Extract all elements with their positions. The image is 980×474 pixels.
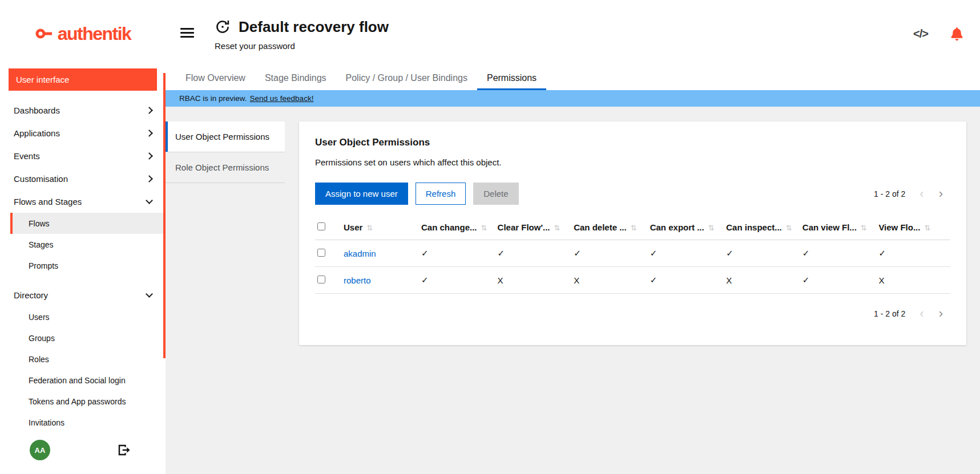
user-link[interactable]: akadmin [344,249,376,258]
tab-bar: Flow Overview Stage Bindings Policy / Gr… [166,67,980,90]
sort-icon: ⇅ [708,224,715,232]
delete-button[interactable]: Delete [473,183,518,205]
tab-stage-bindings[interactable]: Stage Bindings [255,67,336,90]
chevron-down-icon [146,197,153,204]
column-label: Can delete ... [574,222,627,232]
column-header-user[interactable]: User⇅ [339,216,417,240]
sidebar-item-events[interactable]: Events [0,144,166,167]
perm-cell: ✓ [798,267,874,294]
sidebar-item-dashboards[interactable]: Dashboards [0,99,166,121]
main-area: Default recovery flow Reset your passwor… [166,0,980,474]
header-actions: </> [913,27,963,40]
authentik-logo-text: authentik [58,23,131,44]
pagination-label: 1 - 2 of 2 [874,309,905,318]
sidebar-item-flows-and-stages[interactable]: Flows and Stages [0,190,166,213]
feedback-link[interactable]: Send us feedback! [250,94,314,103]
pagination-prev-icon[interactable]: ‹ [912,188,931,200]
card-description: Permissions set on users which affect th… [315,157,950,167]
sort-icon: ⇅ [554,224,560,232]
sidebar-item-label: Dashboards [14,106,60,115]
column-label: Clear Flow'... [498,222,550,232]
column-header-can-change[interactable]: Can change...⇅ [417,216,493,240]
sidebar-item-customisation[interactable]: Customisation [0,167,166,190]
sidebar-subitem-federation[interactable]: Federation and Social login [10,370,166,391]
perm-cell: ✓ [646,240,722,267]
tab-policy-group-user-bindings[interactable]: Policy / Group / User Bindings [336,67,477,90]
table-row-roberto: roberto ✓ X X ✓ X ✓ X [315,267,950,294]
user-interface-selector[interactable]: User interface [9,68,157,91]
authentik-logo: authentik [0,0,166,67]
banner-text: RBAC is in preview. [179,94,247,103]
column-header-view-flow[interactable]: View Flo...⇅ [874,216,950,240]
chevron-right-icon [146,107,153,114]
sidebar-item-directory[interactable]: Directory [0,283,166,306]
column-header-can-view[interactable]: Can view Fl...⇅ [798,216,874,240]
column-header-can-delete[interactable]: Can delete ...⇅ [569,216,646,240]
select-all-checkbox[interactable] [317,222,325,230]
user-object-permissions-card: User Object Permissions Permissions set … [299,121,966,345]
column-label: Can inspect... [726,222,782,232]
app-root: authentik User interface Dashboards Appl… [0,0,980,474]
notification-bell-icon[interactable] [951,27,963,40]
avatar[interactable]: AA [30,440,50,460]
pagination-prev-icon[interactable]: ‹ [912,307,931,320]
sidebar-subitem-invitations[interactable]: Invitations [10,412,166,433]
perm-cell: X [874,267,950,294]
sidebar-item-label: Events [14,151,40,161]
sidebar-item-label: Directory [14,290,48,300]
sidebar-subitem-groups[interactable]: Groups [10,327,166,349]
tab-flow-overview[interactable]: Flow Overview [176,67,255,90]
sort-icon: ⇅ [366,224,373,232]
authentik-logo-icon [35,27,55,40]
perm-cell: X [493,267,570,294]
side-tab-user-object-permissions[interactable]: User Object Permissions [166,121,285,152]
sidebar-subitem-tokens[interactable]: Tokens and App passwords [10,391,166,412]
sort-icon: ⇅ [631,224,637,232]
sidebar-item-label: Customisation [14,174,68,184]
flow-icon [215,19,231,35]
sidebar-subitem-stages[interactable]: Stages [10,234,166,255]
perm-cell: ✓ [569,240,646,267]
column-header-can-inspect[interactable]: Can inspect...⇅ [721,216,798,240]
column-label: View Flo... [878,222,920,232]
row-checkbox[interactable] [317,276,325,283]
sidebar-subitem-roles[interactable]: Roles [10,349,166,370]
user-link[interactable]: roberto [344,276,371,285]
sidebar-subitem-users[interactable]: Users [10,306,166,327]
row-checkbox[interactable] [317,249,325,257]
sidebar-item-applications[interactable]: Applications [0,121,166,144]
sort-icon: ⇅ [786,224,792,232]
sidebar-footer: AA [0,440,166,474]
column-label: Can export ... [650,222,704,232]
pagination-label: 1 - 2 of 2 [874,189,905,198]
perm-cell: ✓ [417,240,493,267]
chevron-right-icon [146,175,153,183]
refresh-button[interactable]: Refresh [416,183,466,205]
pagination-next-icon[interactable]: › [931,307,950,320]
chevron-down-icon [146,290,153,298]
page-subtitle: Reset your password [215,41,389,51]
column-label: User [344,222,362,232]
column-header-clear-flow[interactable]: Clear Flow'...⇅ [493,216,570,240]
content-area: User Object Permissions Role Object Perm… [166,107,980,474]
side-tab-role-object-permissions[interactable]: Role Object Permissions [166,152,285,183]
sidebar-item-label: Applications [14,128,60,138]
api-code-icon[interactable]: </> [913,27,928,40]
tab-permissions[interactable]: Permissions [477,67,546,90]
pagination-bottom-row: 1 - 2 of 2 ‹ › [315,307,950,320]
pagination-next-icon[interactable]: › [931,188,950,200]
sidebar-subitem-prompts[interactable]: Prompts [10,255,166,276]
sort-icon: ⇅ [481,224,487,232]
column-header-can-export[interactable]: Can export ...⇅ [646,216,722,240]
logout-icon[interactable] [118,444,131,456]
assign-to-new-user-button[interactable]: Assign to new user [315,183,408,205]
hamburger-menu-icon[interactable] [180,26,194,40]
sidebar: authentik User interface Dashboards Appl… [0,0,166,474]
sidebar-subitem-flows[interactable]: Flows [10,213,166,234]
pagination-bottom: 1 - 2 of 2 ‹ › [874,307,950,320]
chevron-right-icon [146,129,153,137]
perm-cell: ✓ [798,240,874,267]
page-title-block: Default recovery flow Reset your passwor… [215,18,389,51]
sidebar-accent-line [163,73,166,358]
perm-cell: X [721,267,798,294]
